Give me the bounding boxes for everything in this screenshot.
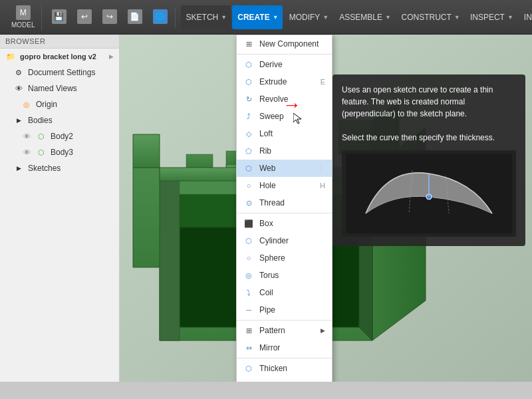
separator-1 bbox=[237, 54, 332, 55]
views-icon: 👁 bbox=[13, 83, 24, 94]
globe-btn[interactable]: 🌐 bbox=[148, 7, 172, 27]
mouse-cursor bbox=[293, 113, 304, 124]
undo-btn[interactable]: ↩ bbox=[72, 7, 96, 27]
separator-2 bbox=[237, 213, 332, 213]
create-dropdown: ⊞ New Component ⬡ Derive ⬡ Extrude E ↻ R… bbox=[236, 35, 332, 382]
body2-label: Body2 bbox=[51, 132, 73, 141]
coil-label: Coil bbox=[259, 288, 273, 297]
main-toolbar: M MODEL 💾 ↩ ↪ 📄 🌐 SKETCH ▼ CREATE ▼ MODI… bbox=[0, 0, 532, 35]
sphere-icon: ○ bbox=[243, 253, 254, 263]
pipe-label: Pipe bbox=[259, 305, 275, 315]
bodies-label: Bodies bbox=[28, 116, 53, 125]
sketch-menu-btn[interactable]: SKETCH ▼ bbox=[181, 5, 231, 29]
construct-menu-btn[interactable]: CONSTRUCT ▼ bbox=[396, 5, 464, 29]
dropdown-cylinder[interactable]: ⬡ Cylinder bbox=[237, 232, 332, 249]
sweep-icon: ⤴ bbox=[243, 111, 254, 122]
file-icon: 📁 bbox=[5, 51, 16, 62]
svg-marker-13 bbox=[186, 154, 213, 168]
thicken-icon: ⬡ bbox=[243, 363, 254, 374]
modify-arrow: ▼ bbox=[323, 14, 329, 21]
svg-marker-8 bbox=[133, 168, 160, 267]
derive-label: Derive bbox=[259, 60, 283, 69]
sketch-arrow: ▼ bbox=[221, 14, 227, 21]
sidebar-item-origin[interactable]: ◎ Origin bbox=[0, 96, 119, 112]
coil-icon: ⤵ bbox=[243, 287, 254, 298]
insert-menu-btn[interactable]: INSERT ▼ bbox=[519, 5, 532, 29]
sketches-label: Sketches bbox=[28, 164, 61, 173]
dropdown-hole[interactable]: ○ Hole H bbox=[237, 177, 332, 194]
assemble-label: ASSEMBLE bbox=[339, 13, 382, 22]
dropdown-extrude[interactable]: ⬡ Extrude E bbox=[237, 73, 332, 90]
dropdown-boundary-fill[interactable]: ⬡ Boundary Fill bbox=[237, 377, 332, 382]
assemble-menu-btn[interactable]: ASSEMBLE ▼ bbox=[334, 5, 394, 29]
svg-marker-20 bbox=[293, 113, 301, 124]
dropdown-box[interactable]: ⬛ Box bbox=[237, 215, 332, 232]
thread-icon: ⊙ bbox=[243, 198, 254, 208]
sidebar-item-bodies[interactable]: ▶ Bodies bbox=[0, 112, 119, 128]
torus-icon: ◎ bbox=[243, 270, 254, 281]
revolve-icon: ↻ bbox=[243, 94, 254, 104]
tip-preview-svg bbox=[346, 154, 512, 233]
new-component-icon: ⊞ bbox=[243, 39, 254, 49]
views-label: Named Views bbox=[28, 84, 77, 93]
dropdown-sphere[interactable]: ○ Sphere bbox=[237, 249, 332, 267]
sidebar-item-body2[interactable]: 👁 ⬡ Body2 bbox=[0, 128, 119, 144]
file-btn[interactable]: 📄 bbox=[123, 7, 147, 27]
boundary-fill-icon: ⬡ bbox=[243, 380, 254, 382]
dropdown-thread[interactable]: ⊙ Thread bbox=[237, 194, 332, 211]
web-more-icon: ⋮ bbox=[316, 163, 325, 174]
redo-icon: ↪ bbox=[102, 9, 117, 24]
save-btn[interactable]: 💾 bbox=[47, 7, 71, 27]
svg-marker-6 bbox=[160, 181, 180, 340]
construct-label: CONSTRUCT bbox=[402, 13, 452, 22]
mirror-icon: ⇔ bbox=[243, 342, 254, 353]
extrude-icon: ⬡ bbox=[243, 76, 254, 87]
sidebar-item-body3[interactable]: 👁 ⬡ Body3 bbox=[0, 144, 119, 160]
modify-label: MODIFY bbox=[289, 13, 321, 22]
settings-icon: ⚙ bbox=[13, 67, 24, 78]
new-component-label: New Component bbox=[259, 39, 319, 49]
loft-icon: ◇ bbox=[243, 128, 254, 139]
redo-btn[interactable]: ↪ bbox=[98, 7, 122, 27]
rib-label: Rib bbox=[259, 146, 271, 156]
torus-label: Torus bbox=[259, 271, 279, 280]
globe-icon: 🌐 bbox=[153, 9, 168, 24]
toolbar-model-group: M MODEL bbox=[5, 3, 42, 31]
dropdown-web[interactable]: ⬡ Web ⋮ bbox=[237, 160, 332, 177]
dropdown-mirror[interactable]: ⇔ Mirror bbox=[237, 339, 332, 356]
tooltip-description: Uses an open sketch curve to create a th… bbox=[342, 84, 516, 120]
dropdown-torus[interactable]: ◎ Torus bbox=[237, 267, 332, 284]
model-label: MODEL bbox=[11, 21, 35, 29]
extrude-label: Extrude bbox=[259, 77, 287, 86]
viewport: ⊞ New Component ⬡ Derive ⬡ Extrude E ↻ R… bbox=[120, 35, 532, 382]
sidebar: BROWSER 📁 gopro bracket long v2 ▶ ⚙ Docu… bbox=[0, 35, 120, 382]
undo-icon: ↩ bbox=[77, 9, 92, 24]
dropdown-loft[interactable]: ◇ Loft bbox=[237, 125, 332, 142]
hole-key: H bbox=[320, 182, 325, 190]
dropdown-derive[interactable]: ⬡ Derive bbox=[237, 56, 332, 73]
model-btn[interactable]: M MODEL bbox=[8, 3, 39, 31]
sweep-label: Sweep bbox=[259, 112, 284, 121]
dropdown-coil[interactable]: ⤵ Coil bbox=[237, 284, 332, 301]
web-label: Web bbox=[259, 164, 275, 173]
modify-menu-btn[interactable]: MODIFY ▼ bbox=[284, 5, 333, 29]
sidebar-item-sketches[interactable]: ▶ Sketches bbox=[0, 160, 119, 176]
browser-header: BROWSER bbox=[0, 35, 119, 49]
extrude-key: E bbox=[321, 78, 325, 86]
inspect-menu-btn[interactable]: INSPECT ▼ bbox=[465, 5, 517, 29]
dropdown-thicken[interactable]: ⬡ Thicken bbox=[237, 360, 332, 377]
tooltip-instruction: Select the curve then specify the thickn… bbox=[342, 132, 516, 144]
sidebar-item-views[interactable]: 👁 Named Views bbox=[0, 80, 119, 96]
dropdown-rib[interactable]: ⬠ Rib bbox=[237, 142, 332, 160]
body3-vis-icon: 👁 bbox=[21, 147, 32, 158]
box-label: Box bbox=[259, 219, 273, 228]
dropdown-pattern[interactable]: ⊞ Pattern ▶ bbox=[237, 322, 332, 339]
sidebar-item-settings[interactable]: ⚙ Document Settings bbox=[0, 65, 119, 80]
cylinder-label: Cylinder bbox=[259, 236, 289, 245]
body2-icon: ⬡ bbox=[36, 131, 47, 142]
create-menu-btn[interactable]: CREATE ▼ bbox=[232, 5, 282, 29]
sidebar-item-file[interactable]: 📁 gopro bracket long v2 ▶ bbox=[0, 49, 119, 65]
sketch-label: SKETCH bbox=[186, 13, 219, 22]
dropdown-pipe[interactable]: ─ Pipe bbox=[237, 301, 332, 319]
dropdown-new-component[interactable]: ⊞ New Component bbox=[237, 35, 332, 53]
